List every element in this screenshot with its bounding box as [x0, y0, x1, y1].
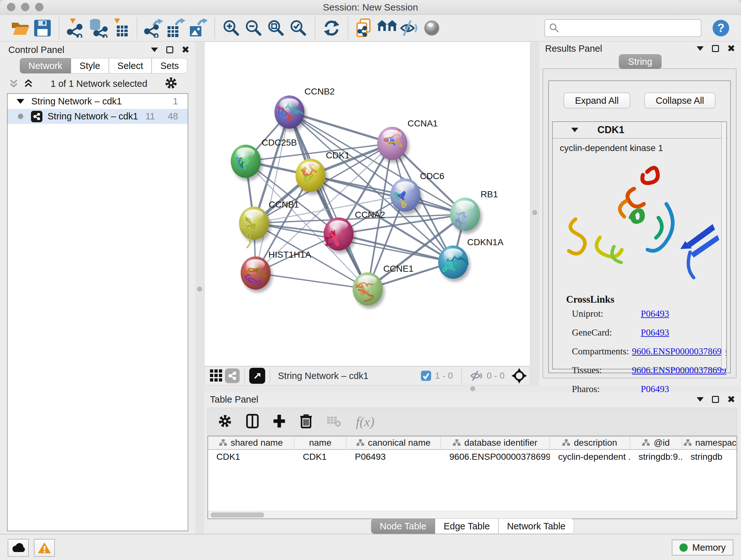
panel-menu-icon[interactable] — [151, 48, 158, 52]
export-image-icon — [189, 18, 208, 38]
column-header-canonical-name[interactable]: canonical name — [347, 436, 441, 449]
tab-node-table[interactable]: Node Table — [371, 518, 435, 534]
network-node-CDC6[interactable]: CDC6 — [390, 171, 444, 214]
selected-checkbox-icon[interactable] — [421, 371, 431, 381]
open-folder-icon — [11, 20, 29, 36]
panel-close-icon[interactable]: ✖ — [727, 395, 735, 404]
node-table[interactable]: shared name name canonical name database… — [207, 436, 737, 519]
left-splitter[interactable] — [195, 42, 204, 534]
node-label-CDC25B: CDC25B — [262, 138, 297, 147]
fit-selected-crosshair-icon[interactable] — [512, 368, 527, 383]
column-header-namespace[interactable]: namespace — [682, 436, 737, 449]
refresh-button[interactable] — [320, 17, 343, 39]
import-network-from-database-button[interactable] — [87, 17, 109, 39]
network-node-CCNE1[interactable]: CCNE1 — [353, 264, 414, 308]
node-result-header[interactable]: CDK1 — [553, 122, 726, 138]
right-splitter[interactable] — [530, 42, 539, 385]
network-node-HIST1H1A[interactable]: HIST1H1A — [241, 250, 311, 293]
zoom-out-button[interactable] — [243, 17, 265, 39]
column-header-database-identifier[interactable]: database identifier — [441, 436, 550, 449]
crosslink-uniprot-link[interactable]: P06493 — [641, 308, 669, 319]
graphics-details-button[interactable] — [376, 17, 398, 39]
zoom-selected-button[interactable] — [287, 17, 310, 39]
close-window-button[interactable] — [7, 3, 15, 11]
zoom-fit-button[interactable] — [265, 17, 287, 39]
network-edge-CCNB2-CCNE1[interactable] — [289, 112, 367, 289]
search-input[interactable] — [544, 19, 701, 37]
help-button[interactable]: ? — [710, 17, 732, 39]
crosslink-tissues-link[interactable]: 9606.ENSP00000378699 — [632, 365, 726, 375]
collapse-all-button[interactable]: Collapse All — [644, 92, 716, 109]
panel-close-icon[interactable]: ✖ — [727, 44, 735, 53]
tab-sets[interactable]: Sets — [151, 58, 187, 73]
open-in-window-button[interactable] — [249, 368, 265, 384]
network-node-CDKN1A[interactable]: CDKN1A — [438, 237, 503, 282]
panel-float-icon[interactable] — [712, 396, 719, 403]
export-image-button[interactable] — [187, 17, 209, 39]
tab-style[interactable]: Style — [71, 58, 109, 73]
hidden-eye-slash-icon[interactable] — [470, 370, 483, 381]
expand-all-chevron-icon[interactable] — [23, 79, 33, 88]
save-session-button[interactable] — [31, 17, 54, 39]
delete-column-trash-icon[interactable] — [300, 414, 313, 430]
clone-network-button[interactable] — [354, 17, 376, 39]
tab-string[interactable]: String — [619, 54, 662, 69]
show-columns-icon[interactable] — [246, 414, 259, 430]
network-node-CCNA1[interactable]: CCNA1 — [377, 118, 438, 163]
expand-all-button[interactable]: Expand All — [563, 92, 630, 109]
warnings-button[interactable] — [34, 539, 55, 557]
zoom-window-button[interactable] — [35, 3, 44, 11]
column-header-id[interactable]: @id — [630, 436, 682, 449]
zoom-in-button[interactable] — [220, 17, 243, 39]
export-table-button[interactable] — [165, 17, 187, 39]
right-splitter-handle[interactable] — [532, 210, 537, 215]
selected-node-edge-counts: 1 - 0 — [435, 371, 453, 381]
hide-selected-button[interactable] — [398, 17, 421, 39]
open-session-button[interactable] — [9, 17, 31, 39]
panel-menu-icon[interactable] — [697, 46, 704, 51]
minimize-window-button[interactable] — [21, 3, 29, 11]
network-collection-row[interactable]: String Network – cdk1 1 — [8, 94, 188, 109]
toolbar-divider — [270, 368, 270, 383]
memory-button[interactable]: Memory — [672, 540, 733, 556]
network-options-gear-icon[interactable] — [165, 77, 178, 91]
left-splitter-handle[interactable] — [197, 287, 202, 292]
entry-gene-name: CDK1 — [597, 124, 624, 136]
network-row[interactable]: String Network – cdk1 11 48 — [8, 109, 188, 124]
column-header-shared-name[interactable]: shared name — [208, 436, 294, 449]
network-node-RB1[interactable]: RB1 — [450, 189, 498, 234]
export-network-button[interactable] — [142, 17, 165, 39]
import-network-from-file-button[interactable] — [64, 17, 87, 39]
column-header-name[interactable]: name — [294, 436, 347, 449]
bottom-splitter-handle[interactable] — [470, 386, 475, 391]
tab-network-table[interactable]: Network Table — [498, 518, 574, 534]
table-horizontal-scrollbar[interactable] — [208, 511, 737, 518]
network-edge-CCNB2-HIST1H1A[interactable] — [256, 112, 289, 273]
add-column-icon[interactable] — [273, 414, 286, 429]
panel-menu-icon[interactable] — [697, 397, 704, 401]
cloud-status-button[interactable] — [8, 539, 29, 557]
birdseye-grid-icon[interactable] — [208, 365, 225, 386]
crosslink-compartments-link[interactable]: 9606.ENSP00000378699 — [632, 346, 726, 357]
collapse-all-chevron-icon[interactable] — [9, 79, 18, 88]
tab-network[interactable]: Network — [20, 58, 71, 73]
panel-close-icon[interactable]: ✖ — [182, 45, 190, 55]
table-settings-gear-icon[interactable] — [218, 414, 232, 429]
show-hidden-button[interactable] — [421, 17, 443, 39]
network-node-CCNB2[interactable]: CCNB2 — [274, 86, 335, 132]
network-canvas[interactable]: CCNB2CCNA1CDC25BCDK1CDC6RB1CCNB1CCNA2CDK… — [204, 42, 530, 366]
panel-float-icon[interactable] — [166, 46, 173, 53]
network-overview-toggle[interactable] — [225, 368, 240, 383]
column-header-description[interactable]: description — [550, 436, 630, 449]
scrollbar-thumb[interactable] — [211, 512, 264, 517]
tab-edge-table[interactable]: Edge Table — [435, 518, 498, 534]
crosslink-genecard-link[interactable]: P06493 — [641, 327, 669, 338]
tree-expand-caret-icon[interactable] — [17, 99, 24, 104]
entry-collapse-caret-icon[interactable] — [571, 128, 578, 132]
network-graph[interactable]: CCNB2CCNA1CDC25BCDK1CDC6RB1CCNB1CCNA2CDK… — [205, 42, 530, 366]
table-row[interactable]: CDK1 CDK1 P06493 9606.ENSP00000378699 cy… — [208, 450, 737, 464]
results-scrollbar[interactable] — [721, 122, 726, 369]
tab-select[interactable]: Select — [109, 58, 152, 73]
import-table-from-file-button[interactable] — [109, 17, 131, 39]
panel-float-icon[interactable] — [712, 45, 719, 52]
